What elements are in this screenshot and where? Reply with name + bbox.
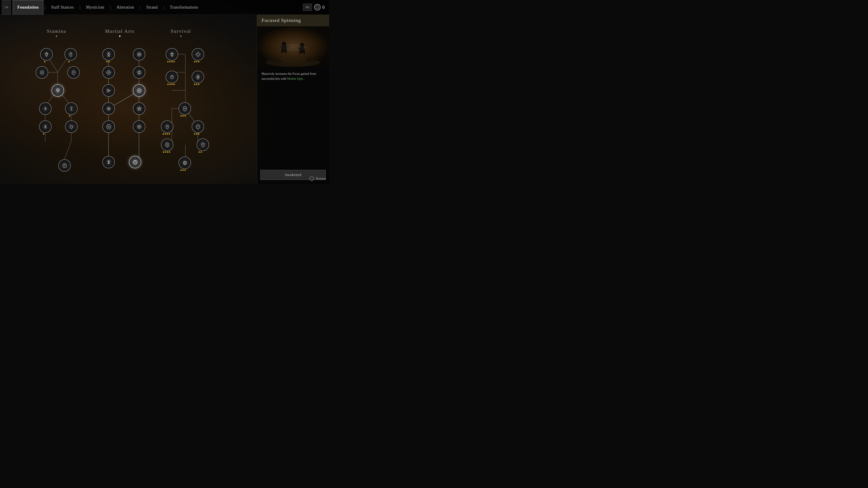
separator-4: | bbox=[138, 5, 142, 10]
dot bbox=[108, 61, 110, 62]
skill-node-martial-4[interactable] bbox=[133, 66, 145, 78]
separator-2: | bbox=[79, 5, 82, 10]
skill-node-martial-8[interactable] bbox=[102, 121, 115, 133]
preview-scene bbox=[257, 26, 329, 67]
dots-survival-1 bbox=[167, 61, 175, 62]
dots-stamina-2 bbox=[68, 61, 70, 62]
tab-staff-stances[interactable]: Staff Stances bbox=[46, 0, 79, 15]
dot bbox=[168, 133, 170, 135]
svg-point-50 bbox=[268, 59, 282, 64]
currency-display: 0 bbox=[314, 4, 324, 10]
return-button[interactable]: ○ Return bbox=[309, 176, 326, 181]
dots-survival-bottom bbox=[180, 169, 186, 171]
skill-node-survival-5[interactable] bbox=[161, 121, 174, 133]
dot bbox=[194, 133, 195, 135]
main-content: Stamina Martial Arts Survival bbox=[0, 15, 329, 184]
svg-point-43 bbox=[138, 108, 140, 109]
skill-node-survival-8[interactable] bbox=[197, 138, 209, 151]
skill-node-martial-spinning[interactable] bbox=[129, 156, 141, 168]
nav-right: RB 0 bbox=[303, 4, 329, 11]
skill-node-stamina-7[interactable] bbox=[39, 121, 52, 133]
dots-martial-1 bbox=[106, 61, 110, 62]
skill-node-martial-2[interactable] bbox=[133, 48, 145, 61]
separator-5: | bbox=[162, 5, 165, 10]
dots-survival-shield bbox=[180, 115, 186, 117]
dot bbox=[196, 61, 197, 62]
currency-count: 0 bbox=[322, 5, 324, 10]
skill-node-stamina-3[interactable] bbox=[36, 66, 48, 78]
skill-node-martial-6[interactable] bbox=[102, 102, 115, 115]
currency-icon bbox=[314, 4, 320, 10]
dots-survival-5 bbox=[162, 133, 170, 135]
dot bbox=[171, 61, 173, 62]
separator-3: | bbox=[109, 5, 112, 10]
skill-node-martial-1[interactable] bbox=[102, 48, 115, 61]
dots-survival-7 bbox=[163, 151, 170, 153]
svg-line-12 bbox=[64, 141, 71, 159]
svg-point-51 bbox=[305, 58, 317, 62]
svg-point-63 bbox=[280, 44, 307, 51]
skill-node-stamina-4[interactable] bbox=[67, 66, 80, 78]
dots-survival-6 bbox=[194, 133, 199, 135]
skill-node-martial-focused[interactable] bbox=[133, 84, 145, 97]
skill-node-stamina-center[interactable] bbox=[52, 84, 64, 97]
dot bbox=[43, 133, 44, 135]
skill-node-stamina-8[interactable] bbox=[65, 121, 78, 133]
skill-tree-area: Stamina Martial Arts Survival bbox=[0, 15, 257, 184]
skill-node-stamina-6[interactable] bbox=[65, 102, 78, 115]
nav-bar: LB Foundation | Staff Stances | Mysticis… bbox=[0, 0, 329, 15]
svg-point-40 bbox=[138, 72, 140, 73]
dot bbox=[169, 151, 170, 153]
dot bbox=[200, 151, 202, 153]
dot bbox=[162, 133, 164, 135]
svg-point-36 bbox=[45, 108, 46, 109]
panel-highlight: Mobile Spin bbox=[287, 77, 303, 80]
return-label: Return bbox=[316, 177, 326, 181]
skill-node-survival-4[interactable] bbox=[192, 71, 204, 83]
dot bbox=[165, 151, 166, 153]
dot bbox=[184, 169, 186, 171]
panel-description: Massively increases the Focus gained fro… bbox=[257, 67, 329, 168]
dot bbox=[166, 133, 168, 135]
skill-node-martial-9[interactable] bbox=[133, 121, 145, 133]
dot bbox=[198, 151, 200, 153]
skill-node-survival-6[interactable] bbox=[192, 121, 204, 133]
skill-node-survival-3[interactable] bbox=[166, 71, 178, 83]
dots-survival-8 bbox=[198, 151, 202, 153]
skill-node-survival-1[interactable] bbox=[166, 48, 178, 61]
tab-transformations[interactable]: Transformations bbox=[165, 0, 203, 15]
panel-preview-image bbox=[257, 26, 329, 67]
dot bbox=[180, 169, 182, 171]
skill-node-martial-10[interactable] bbox=[102, 156, 115, 168]
skill-node-martial-3[interactable] bbox=[102, 66, 115, 78]
tab-strand[interactable]: Strand bbox=[142, 0, 162, 15]
skill-node-stamina-2[interactable] bbox=[64, 48, 77, 61]
tab-mysticism[interactable]: Mysticism bbox=[82, 0, 109, 15]
dot bbox=[198, 133, 199, 135]
skill-node-survival-2[interactable] bbox=[192, 48, 204, 61]
dot bbox=[163, 151, 164, 153]
rb-button[interactable]: RB bbox=[303, 4, 312, 11]
svg-point-35 bbox=[46, 54, 48, 55]
skill-node-stamina-5[interactable] bbox=[39, 102, 52, 115]
svg-point-47 bbox=[184, 162, 186, 163]
dot bbox=[69, 115, 70, 117]
skill-node-survival-7[interactable] bbox=[161, 138, 174, 151]
tab-alteration[interactable]: Alteration bbox=[112, 0, 138, 15]
dot bbox=[198, 84, 199, 85]
dot bbox=[194, 61, 195, 62]
skill-node-stamina-1[interactable] bbox=[40, 48, 53, 61]
dot bbox=[194, 84, 195, 85]
skill-node-survival-shield[interactable] bbox=[179, 102, 191, 115]
dot bbox=[182, 169, 184, 171]
tab-foundation[interactable]: Foundation bbox=[13, 0, 43, 15]
panel-preview bbox=[257, 26, 329, 67]
dot bbox=[198, 61, 199, 62]
dot bbox=[167, 84, 168, 85]
skill-node-martial-5[interactable] bbox=[102, 84, 115, 97]
skill-node-stamina-bottom[interactable] bbox=[58, 159, 71, 172]
return-icon: ○ bbox=[309, 176, 314, 181]
skill-node-martial-7[interactable] bbox=[133, 102, 145, 115]
skill-node-survival-bottom[interactable] bbox=[179, 157, 191, 169]
lb-button[interactable]: LB bbox=[2, 0, 11, 15]
